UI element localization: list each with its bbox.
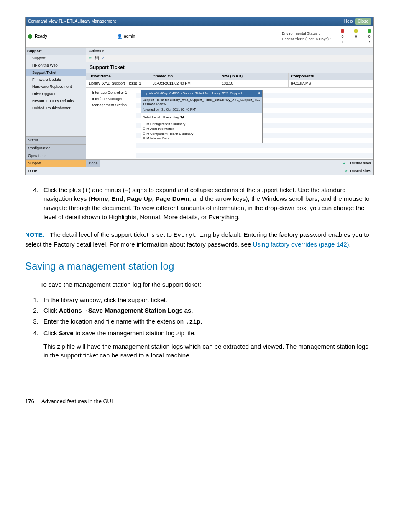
alerts-yel: 1 (354, 39, 358, 45)
col-size: Size (in KB) (219, 73, 288, 80)
detail-item[interactable]: ⊞ M Alert Information (143, 126, 261, 131)
tree-area: Interface Controller 1 Interface Manager… (86, 87, 373, 159)
red-icon (341, 29, 344, 33)
status-header: Ready 👤 admin Environmental Status : Rec… (26, 26, 373, 48)
ready-label: Ready (35, 33, 47, 40)
env-red: 0 (341, 34, 344, 39)
sidebar-item-hardware[interactable]: Hardware Replacement (26, 83, 86, 90)
detail-level-label: Detail Level (143, 116, 160, 119)
cell-components: IFC1,IM,MS (289, 80, 374, 87)
step-1: In the library window, click the support… (40, 296, 374, 305)
sidebar-item-hp-web[interactable]: HP on the Web (26, 62, 86, 69)
tab-operations[interactable]: Operations (26, 152, 86, 159)
sidebar-item-support[interactable]: Support (26, 55, 86, 62)
step-4: Click the plus (+) and minus (–) signs t… (40, 185, 374, 222)
window-titlebar: Command View TL - ETLALibrary Management… (26, 17, 373, 26)
tree-item-ms[interactable]: Management Station (86, 102, 136, 108)
env-status-label: Environmental Status : (282, 31, 331, 36)
step-4b: Click Save to save the management statio… (40, 329, 374, 360)
ready-icon (28, 34, 32, 39)
footer-trusted: Trusted sites (350, 169, 371, 173)
inner-status-bar: Done ✔ Trusted sites (86, 159, 373, 167)
close-button[interactable]: Close (355, 18, 371, 25)
user-label: admin (124, 33, 135, 40)
sidebar-item-troubleshooter[interactable]: Guided Troubleshooter (26, 105, 86, 112)
sidebar-item-drive[interactable]: Drive Upgrade (26, 90, 86, 98)
window-title: Command View TL - ETLALibrary Management (28, 18, 116, 25)
tab-support[interactable]: Support (26, 159, 86, 167)
green-icon (368, 29, 371, 33)
sidebar-header: Support (26, 48, 86, 55)
recent-alerts-label: Recent Alerts (Last. 6 Days) : (282, 36, 331, 42)
table-row[interactable]: Library_XYZ_Support_Ticket_1 31-Oct-2011… (86, 80, 373, 87)
pane-title: Support Ticket (86, 62, 373, 73)
footer-trusted-icon: ✔ (345, 169, 348, 173)
page-footer: 176 Advanced features in the GUI (25, 398, 374, 406)
sidebar-item-firmware[interactable]: Firmware Update (26, 76, 86, 83)
detail-item[interactable]: ⊞ M Configuration Summary (143, 122, 261, 127)
page-number: 176 (25, 398, 34, 404)
tab-configuration[interactable]: Configuration (26, 144, 86, 152)
inner-status-done: Done (86, 160, 100, 167)
col-components: Components (289, 73, 374, 80)
sidebar: Support Support HP on the Web Support Ti… (26, 48, 86, 167)
yellow-icon (354, 29, 358, 33)
grid-header: Ticket Name Created On Size (in KB) Comp… (86, 73, 373, 80)
user-icon: 👤 (117, 33, 122, 40)
detail-item[interactable]: ⊞ M Internal Data (143, 136, 261, 141)
detail-close-icon[interactable]: ✕ (258, 91, 261, 96)
main-body: Support Support HP on the Web Support Ti… (26, 48, 373, 167)
detail-pane: http://hp-9bjd0oyg6:4093 - Support Ticke… (141, 90, 263, 143)
inner-status-trusted: Trusted sites (350, 161, 371, 166)
detail-sub2: 1319051954034 (143, 102, 261, 107)
detail-sub3: (created on: 31-Oct-2011 02:40 PM) (143, 107, 261, 112)
main-pane: Actions ▾ ⟳ 💾 ? Support Ticket Ticket Na… (86, 48, 373, 167)
env-grn: 0 (368, 34, 371, 39)
save-icon[interactable]: 💾 (95, 56, 99, 61)
app-screenshot: Command View TL - ETLALibrary Management… (25, 17, 374, 175)
detail-titlebar: http://hp-9bjd0oyg6:4093 - Support Ticke… (143, 91, 247, 96)
sidebar-item-support-ticket[interactable]: Support Ticket (26, 69, 86, 76)
help-link[interactable]: Help (344, 18, 353, 25)
outer-step-list: Click the plus (+) and minus (–) signs t… (25, 185, 374, 222)
cell-ticket-name: Library_XYZ_Support_Ticket_1 (86, 80, 150, 87)
env-yel: 0 (354, 34, 358, 39)
detail-sub1: Support Ticket for Library_XYZ_Support_T… (143, 98, 261, 103)
cell-created-on: 31-Oct-2011 02:40 PM (150, 80, 219, 87)
tree-item-ifc[interactable]: Interface Controller 1 (86, 90, 136, 96)
step-2: Click Actions→Save Management Station Lo… (40, 306, 374, 315)
note-label: NOTE: (25, 231, 45, 238)
help-icon[interactable]: ? (102, 56, 104, 61)
tab-status[interactable]: Status (26, 136, 86, 144)
col-ticket-name: Ticket Name (86, 73, 150, 80)
cell-size: 132.10 (219, 80, 288, 87)
tree-item-im[interactable]: Interface Manager (86, 96, 136, 102)
window-status-bar: Done ✔ Trusted sites (26, 167, 373, 175)
tree-list: Interface Controller 1 Interface Manager… (86, 88, 136, 159)
section-intro: To save the management station log for t… (40, 280, 374, 289)
alerts-red: 1 (341, 39, 344, 45)
section-heading: Saving a management station log (25, 259, 374, 274)
sidebar-item-restore[interactable]: Restore Factory Defaults (26, 98, 86, 105)
detail-level-select[interactable]: Everything (161, 115, 186, 120)
inner-step-list: In the library window, click the support… (25, 296, 374, 360)
col-created-on: Created On (150, 73, 219, 80)
detail-item[interactable]: ⊞ M Component Health Summary (143, 131, 261, 136)
actions-menu[interactable]: Actions ▾ (89, 49, 104, 53)
note-paragraph: NOTE: The detail level of the support ti… (25, 230, 374, 249)
trusted-icon: ✔ (343, 161, 346, 166)
step-4b-extra: This zip file will have the management s… (43, 342, 374, 360)
refresh-icon[interactable]: ⟳ (89, 56, 92, 61)
step-3: Enter the location and file name with th… (40, 317, 374, 327)
alerts-grn: 7 (368, 39, 371, 45)
footer-done: Done (28, 168, 37, 174)
factory-overrides-link[interactable]: Using factory overrides (page 142) (253, 241, 349, 248)
icon-bar: ⟳ 💾 ? (86, 55, 373, 62)
page-title: Advanced features in the GUI (41, 398, 113, 404)
